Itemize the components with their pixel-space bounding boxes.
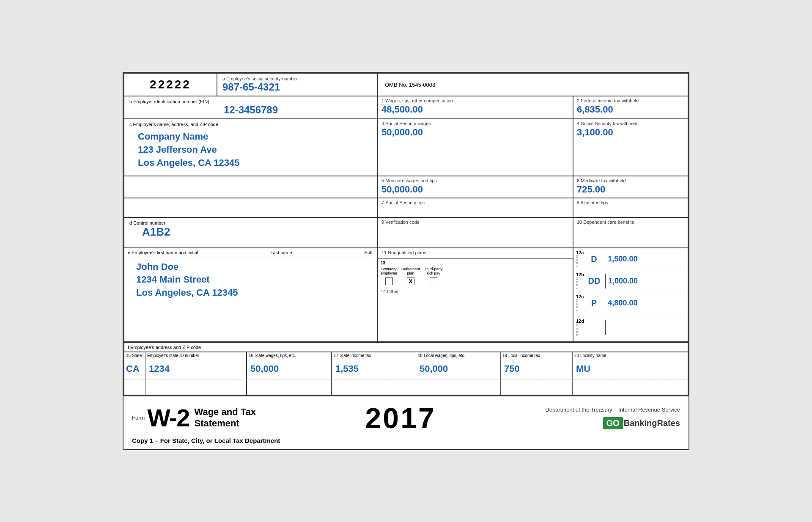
statutory-checkbox bbox=[385, 277, 393, 285]
box11-label: 11 Nonqualified plans bbox=[381, 250, 569, 255]
footer-copy: Copy 1 – For State, City, or Local Tax D… bbox=[132, 437, 680, 444]
box12d-divider bbox=[605, 320, 606, 335]
box13-label: 13 bbox=[381, 261, 570, 265]
ein-value: 12-3456789 bbox=[129, 104, 372, 116]
go-label: GO bbox=[603, 417, 623, 429]
ein-label: b Employer identification number (EIN) bbox=[129, 99, 372, 104]
box12a-cell: 12a Code D 1,500.00 bbox=[573, 248, 688, 270]
state-header-16: 16 State wages, tips, etc. bbox=[247, 352, 332, 359]
state-header-15-id: Employer's state ID number bbox=[145, 352, 247, 359]
box4-cell: 4 Social Security tax withheld 3,100.00 bbox=[573, 119, 688, 175]
footer: Form W-2 Wage and Tax Statement 2017 Dep… bbox=[123, 396, 689, 449]
box3-cell: 3 Social Security wages 50,000.00 bbox=[378, 119, 573, 175]
state-value-state: CA bbox=[124, 359, 145, 379]
state-value-18: 50,000 bbox=[416, 359, 501, 379]
box6-cell: 6 Medicare tax withheld 725.00 bbox=[573, 176, 688, 198]
employer-name-cell: c Employer's name, address, and ZIP code… bbox=[124, 119, 378, 175]
box8-label: 8 Allocated tips bbox=[577, 200, 684, 205]
employee-address-label: f Employee's address and ZIP code bbox=[128, 345, 381, 350]
box2-cell: 2 Federal income tax withheld 6,835.00 bbox=[573, 96, 688, 118]
control-value: A1B2 bbox=[129, 225, 372, 239]
ssn-value: 987-65-4321 bbox=[222, 81, 372, 93]
state-header-20: 20 Locality name bbox=[573, 352, 688, 359]
banking-rates-label: BankingRates bbox=[624, 418, 680, 428]
box6-value: 725.00 bbox=[577, 183, 684, 196]
employee-city: Los Angeles, CA 12345 bbox=[136, 286, 365, 299]
retirement-checkbox: X bbox=[407, 277, 414, 285]
box12c-divider bbox=[605, 296, 605, 310]
box8-cell: 8 Allocated tips bbox=[573, 198, 688, 217]
box1-label: 1 Wages, tips, other compensation bbox=[381, 98, 569, 103]
box2-label: 2 Federal income tax withheld bbox=[577, 98, 684, 103]
state-value-id: 1234 bbox=[145, 359, 247, 379]
box7-value bbox=[381, 205, 569, 207]
employee-address-label-row: f Employee's address and ZIP code bbox=[124, 342, 688, 352]
w2-form: 22222 a Employee's social security numbe… bbox=[123, 72, 689, 450]
employee-street: 1234 Main Street bbox=[136, 273, 365, 286]
footer-form-label: Form bbox=[132, 415, 145, 421]
footer-title: Wage and Tax Statement bbox=[195, 407, 256, 429]
box11-value bbox=[381, 255, 569, 257]
box12b-value: 1,000.00 bbox=[608, 277, 638, 286]
box4-label: 4 Social Security tax withheld bbox=[577, 121, 684, 126]
box7-cell: 7 Social Security tips bbox=[378, 198, 573, 217]
box10-value bbox=[577, 225, 684, 226]
box6-label: 6 Medicare tax withheld bbox=[577, 178, 684, 183]
thirdparty-checkbox bbox=[430, 277, 437, 285]
employee-name: John Doe bbox=[136, 261, 365, 274]
employer-name-cont bbox=[124, 176, 378, 198]
box8-value bbox=[577, 205, 684, 207]
employee-lastname-label: Last name bbox=[270, 250, 292, 255]
box14-cell: 14 Other bbox=[378, 287, 573, 341]
box3-label: 3 Social Security wages bbox=[381, 121, 569, 126]
state-data-row1: CA 1234 50,000 1,535 50,000 750 bbox=[124, 359, 688, 379]
box7-label: 7 Social Security tips bbox=[381, 200, 569, 205]
box12c-value: 4,800.00 bbox=[608, 299, 637, 308]
ssn-label: a Employee's social security number bbox=[222, 76, 372, 81]
state-value-17: 1,535 bbox=[332, 359, 416, 379]
box12d-num: 12d bbox=[576, 319, 584, 324]
box2-value: 6,835.00 bbox=[577, 103, 684, 116]
employee-suff-label: Suff. bbox=[365, 250, 374, 255]
state-header-row: 15 State Employer's state ID number 16 S… bbox=[124, 352, 688, 359]
footer-year: 2017 bbox=[365, 401, 436, 434]
box3-value: 50,000.00 bbox=[381, 126, 569, 139]
box1-cell: 1 Wages, tips, other compensation 48,500… bbox=[378, 96, 573, 118]
employer-name: Company Name bbox=[138, 130, 364, 143]
footer-dept: Department of the Treasury – Internal Re… bbox=[545, 407, 680, 413]
ein-cell: b Employer identification number (EIN) 1… bbox=[124, 96, 378, 118]
footer-title2: Statement bbox=[195, 418, 256, 429]
box14-label: 14 Other bbox=[381, 289, 570, 294]
footer-left: Form W-2 Wage and Tax Statement bbox=[132, 406, 256, 430]
control-label: d Control number bbox=[129, 220, 372, 225]
box9-value bbox=[381, 225, 569, 226]
employer-street: 123 Jefferson Ave bbox=[138, 143, 364, 157]
box9-cell: 9 Verification code bbox=[378, 218, 573, 247]
box12-cells: 12a Code D 1,500.00 12b Code DD 1,000.00 bbox=[573, 248, 688, 341]
state-header-15-state: 15 State bbox=[124, 352, 145, 359]
box12a-value: 1,500.00 bbox=[608, 255, 637, 264]
footer-title1: Wage and Tax bbox=[195, 407, 256, 418]
box-number: 22222 bbox=[124, 74, 217, 96]
box13-statutory: Statutoryemployee bbox=[381, 267, 397, 286]
box12b-cell: 12b Code DD 1,000.00 bbox=[573, 270, 688, 292]
omb-cell: OMB No. 1545-0008 bbox=[378, 74, 688, 96]
box5-cell: 5 Medicare wages and tips 50,000.00 bbox=[378, 176, 573, 198]
employee-firstname-label: e Employee's first name and initial bbox=[128, 250, 198, 255]
box12d-cell: 12d Code bbox=[573, 314, 688, 341]
footer-right: Department of the Treasury – Internal Re… bbox=[545, 407, 680, 429]
box11-cell: 11 Nonqualified plans bbox=[378, 248, 573, 259]
state-header-17: 17 State income tax bbox=[332, 352, 416, 359]
omb-label: OMB No. 1545-0008 bbox=[385, 82, 435, 88]
box12b-num: 12b bbox=[576, 272, 584, 277]
state-data-row2 bbox=[124, 379, 688, 395]
state-value-16: 50,000 bbox=[247, 359, 332, 379]
box5-value: 50,000.00 bbox=[381, 183, 569, 196]
box14-value bbox=[381, 294, 570, 296]
state-section: 15 State Employer's state ID number 16 S… bbox=[124, 352, 688, 395]
box12a-num: 12a bbox=[576, 250, 584, 255]
box1-value: 48,500.00 bbox=[381, 103, 569, 116]
box13-retirement: Retirementplan X bbox=[401, 267, 420, 286]
box10-cell: 10 Dependent care benefits bbox=[573, 218, 688, 247]
box12c-cell: 12c Code P 4,800.00 bbox=[573, 292, 688, 314]
